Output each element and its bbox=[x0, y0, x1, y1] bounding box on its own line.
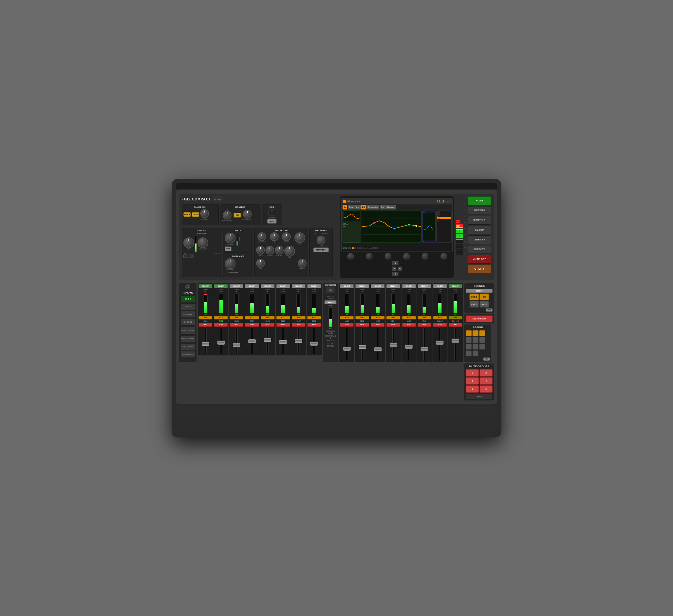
ch03-mute[interactable]: MUTE bbox=[229, 323, 243, 327]
gain-eq-knob[interactable] bbox=[256, 259, 265, 268]
ch04-mute[interactable]: MUTE bbox=[245, 323, 259, 327]
screen-tab-busses[interactable]: Busses bbox=[386, 205, 396, 209]
mt01-solo[interactable]: SOLO bbox=[340, 316, 354, 319]
ch06-fader[interactable] bbox=[282, 328, 284, 354]
assign-btn-3[interactable] bbox=[479, 330, 485, 336]
mt03-select[interactable]: SELECT bbox=[371, 284, 385, 288]
encoder-2[interactable] bbox=[366, 253, 373, 260]
home-button[interactable]: HOME bbox=[468, 196, 491, 205]
level-knob[interactable] bbox=[317, 236, 325, 244]
right-button[interactable]: ► bbox=[397, 266, 402, 271]
encoder-1[interactable] bbox=[347, 253, 354, 260]
mt03-mute[interactable]: MUTE bbox=[371, 323, 385, 327]
frequency-knob[interactable] bbox=[198, 237, 208, 248]
monitor-level-knob[interactable] bbox=[223, 211, 232, 220]
encoder-4[interactable] bbox=[403, 253, 410, 260]
mt02-fader[interactable] bbox=[361, 328, 363, 361]
ch08-fader[interactable] bbox=[313, 328, 315, 354]
talk-a-button[interactable]: TALK A bbox=[183, 212, 191, 217]
freq-knob[interactable] bbox=[256, 246, 265, 255]
ch07-fader[interactable] bbox=[297, 328, 299, 354]
mt06-solo[interactable]: SOLO bbox=[418, 316, 431, 319]
ch03-fader[interactable] bbox=[236, 328, 238, 354]
up-button[interactable]: ▲ bbox=[392, 261, 399, 266]
ch02-mute[interactable]: MUTE bbox=[214, 323, 228, 327]
high2-knob[interactable] bbox=[282, 232, 291, 241]
daw-select[interactable]: SELECT bbox=[324, 300, 336, 304]
talk-b-button[interactable]: TALK B bbox=[192, 212, 199, 217]
ch01-select[interactable]: SELECT bbox=[199, 284, 212, 288]
talk-level-knob[interactable] bbox=[200, 209, 209, 218]
ch08-solo[interactable]: SOLO bbox=[307, 316, 321, 319]
ch01-solo[interactable]: SOLO bbox=[199, 316, 212, 319]
screen-tab-gate[interactable]: Gate bbox=[348, 205, 355, 209]
mute-grp-button[interactable]: MUTE GRP bbox=[468, 255, 491, 264]
mt04-select[interactable]: SELECT bbox=[386, 284, 400, 288]
mainlr-fader[interactable] bbox=[454, 328, 456, 361]
ch02-select[interactable]: SELECT bbox=[214, 284, 228, 288]
mt06-select[interactable]: SELECT bbox=[418, 284, 431, 288]
daw-mode-button[interactable] bbox=[326, 287, 335, 294]
mute-group-3[interactable]: 3 bbox=[466, 377, 479, 385]
bus2-16-master-button[interactable]: BUS 2-16 MASTER bbox=[180, 351, 195, 358]
mono-bus-button[interactable]: MONO BUS bbox=[313, 247, 329, 252]
ch06-mute[interactable]: MUTE bbox=[276, 323, 290, 327]
assign-view-button[interactable]: VIEW bbox=[483, 357, 490, 361]
assign-btn-1[interactable] bbox=[466, 330, 472, 336]
ch08-mute[interactable]: MUTE bbox=[307, 323, 321, 327]
low-knob[interactable] bbox=[284, 246, 295, 257]
encoder-5[interactable] bbox=[422, 253, 428, 260]
assign-btn-6[interactable] bbox=[479, 337, 485, 343]
encoder-3[interactable] bbox=[385, 253, 391, 260]
library-button[interactable]: LIBRARY bbox=[468, 235, 491, 244]
mainlr-solo[interactable]: SOLO bbox=[449, 316, 462, 319]
mt04-solo[interactable]: SOLO bbox=[386, 316, 400, 319]
mt05-solo[interactable]: SOLO bbox=[402, 316, 416, 319]
dim-button[interactable]: DIM bbox=[234, 213, 241, 218]
encoder-6[interactable] bbox=[440, 253, 447, 260]
mt06-mute[interactable]: MUTE bbox=[418, 323, 431, 327]
view-button[interactable]: VIEW bbox=[486, 308, 493, 312]
mt05-select[interactable]: SELECT bbox=[402, 284, 416, 288]
assign-btn-9[interactable] bbox=[479, 344, 485, 350]
mainc-mute[interactable]: MUTE bbox=[433, 323, 447, 327]
effects-button[interactable]: EFFECTS bbox=[468, 245, 491, 254]
ch02-solo[interactable]: SOLO bbox=[214, 316, 228, 319]
gate-view-button[interactable]: VIEW bbox=[225, 246, 232, 251]
mute-group-5[interactable]: 5 bbox=[466, 385, 479, 393]
mt03-fader[interactable] bbox=[377, 328, 379, 361]
mute-group-2[interactable]: 2 bbox=[480, 369, 493, 377]
screen-tab-in[interactable]: In bbox=[343, 205, 347, 209]
screen-tab-out[interactable]: Out bbox=[380, 205, 386, 209]
mt02-mute[interactable]: MUTE bbox=[355, 323, 369, 327]
mainc-select[interactable]: SELECT bbox=[433, 284, 447, 288]
screen-tab-ins[interactable]: Ins bbox=[355, 205, 361, 209]
ch01-fader[interactable] bbox=[205, 328, 207, 354]
meters-button[interactable]: METERS bbox=[468, 206, 491, 215]
undo-button[interactable]: UNDO bbox=[469, 294, 479, 300]
ch07-select[interactable]: SELECT bbox=[292, 284, 306, 288]
gain-knob[interactable] bbox=[183, 237, 194, 248]
assign-btn-5[interactable] bbox=[472, 337, 479, 343]
clear-solo-button[interactable]: CLEAR SOLO bbox=[466, 315, 493, 322]
assign-btn-8[interactable] bbox=[472, 344, 479, 350]
down-button[interactable]: ▼ bbox=[392, 272, 399, 276]
hcut-knob[interactable] bbox=[257, 232, 266, 241]
screen-tab-dynamics[interactable]: Dynamics bbox=[367, 205, 379, 209]
bus1-8-master-button[interactable]: BUS 1-8 MASTER bbox=[180, 343, 195, 350]
ch03-solo[interactable]: SOLO bbox=[229, 316, 243, 319]
mt01-fader[interactable] bbox=[346, 328, 348, 361]
assign-btn-11[interactable] bbox=[472, 350, 479, 356]
scenes-select[interactable]: SELECT bbox=[466, 289, 493, 293]
ch01-mute[interactable]: MUTE bbox=[199, 323, 212, 327]
usb-access-button[interactable]: Access bbox=[267, 219, 277, 224]
mt05-mute[interactable]: MUTE bbox=[402, 323, 416, 327]
aux-in-button[interactable]: AUX IN 1-6 / USB REC bbox=[180, 326, 195, 335]
go-button[interactable]: GO bbox=[480, 294, 489, 300]
pan-bal-knob[interactable] bbox=[298, 259, 307, 268]
ch04-fader[interactable] bbox=[251, 328, 253, 354]
next-button[interactable]: NEXT bbox=[480, 301, 489, 308]
mainlr-select[interactable]: SELECT bbox=[449, 284, 462, 288]
mt01-select[interactable]: SELECT bbox=[340, 284, 354, 288]
ch03-select[interactable]: SELECT bbox=[229, 284, 243, 288]
